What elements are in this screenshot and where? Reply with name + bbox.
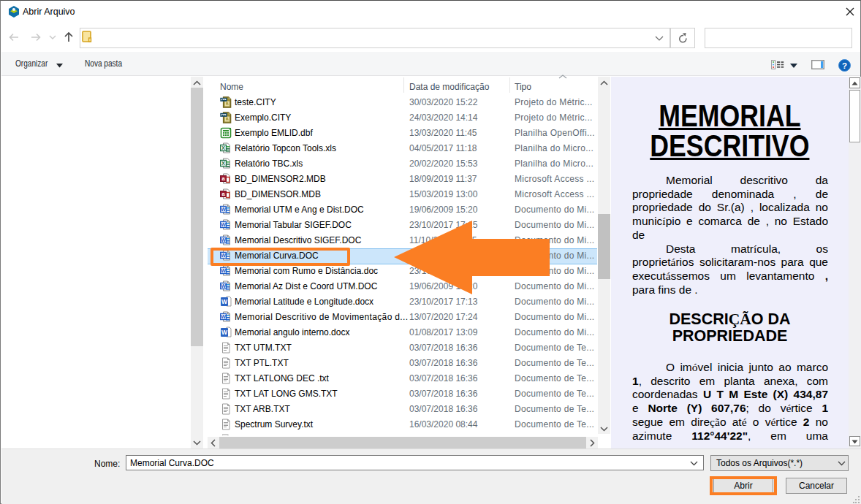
svg-text:?: ? [842, 61, 847, 70]
